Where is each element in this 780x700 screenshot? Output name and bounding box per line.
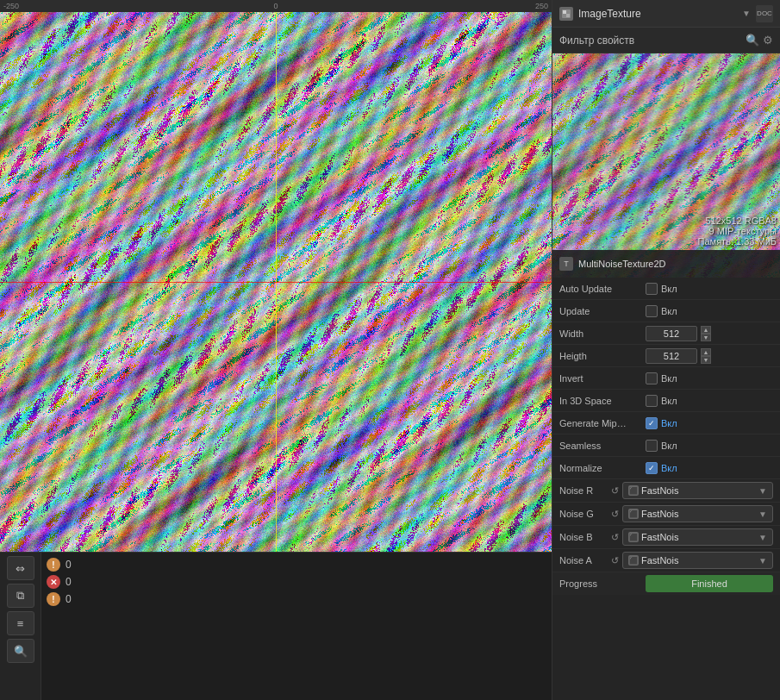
generate-mip-checkbox-label: Вкл [661,418,677,428]
info-row-1: ! 0 [47,558,546,572]
toolbar-btn-4[interactable]: 🔍 [7,639,34,663]
noise-a-label: Noise A [559,555,611,566]
filter-settings-icon[interactable]: ⚙ [763,34,773,47]
toolbar-btn-3[interactable]: ≡ [7,611,34,635]
panel-header: ImageTexture ▼ DOC [552,0,780,28]
noise-a-type-icon: ⬛ [628,555,639,566]
in-3d-space-checkbox[interactable] [646,395,658,407]
prop-auto-update: Auto Update Вкл [552,278,780,300]
invert-label: Invert [559,373,646,384]
height-up[interactable]: ▲ [701,348,711,356]
panel-header-icon [559,7,573,21]
width-label: Width [559,328,646,339]
noise-b-expand: ▼ [758,533,767,542]
panel-title: ImageTexture [578,8,742,20]
texture-name: MultiNoiseTexture2D [578,259,665,269]
noise-a-row: Noise A ↺ ⬛ FastNois ▼ [552,549,780,572]
width-up[interactable]: ▲ [701,326,711,334]
noise-a-controls: ↺ ⬛ FastNois ▼ [611,552,773,569]
prop-in-3d-space: In 3D Space Вкл [552,390,780,412]
info-count-1: 0 [66,559,72,571]
invert-value: Вкл [646,372,773,384]
info-count-2: 0 [66,576,72,588]
normalize-checkbox[interactable]: ✓ [646,462,658,474]
noise-b-row: Noise B ↺ ⬛ FastNois ▼ [552,526,780,549]
noise-r-reset-icon[interactable]: ↺ [611,485,619,497]
toolbar-btn-2[interactable]: ⧉ [7,584,34,608]
progress-label: Progress [559,578,646,589]
noise-g-type-btn[interactable]: ⬛ FastNois ▼ [622,505,773,522]
generate-mip-label: Generate Mip… [559,418,646,428]
ruler-center-label: 0 [273,2,278,10]
prop-generate-mip: Generate Mip… ✓ Вкл [552,412,780,434]
noise-b-type-btn[interactable]: ⬛ FastNois ▼ [622,528,773,546]
width-input[interactable] [646,326,697,341]
noise-r-type-btn[interactable]: ⬛ FastNois ▼ [622,482,773,499]
normalize-label: Normalize [559,463,646,473]
prop-normalize: Normalize ✓ Вкл [552,457,780,479]
in-3d-space-checkbox-label: Вкл [661,396,677,406]
height-down[interactable]: ▼ [701,356,711,364]
info-row-3: ! 0 [47,592,546,606]
info-count-3: 0 [66,593,72,605]
prop-height: Heigth ▲ ▼ [552,345,780,367]
noise-r-row: Noise R ↺ ⬛ FastNois ▼ [552,479,780,503]
svg-rect-2 [566,14,570,17]
noise-a-type-btn[interactable]: ⬛ FastNois ▼ [622,552,773,569]
noise-b-controls: ↺ ⬛ FastNois ▼ [611,528,773,546]
height-label: Heigth [559,351,646,361]
doc-button[interactable]: DOC [756,5,773,22]
update-checkbox[interactable] [646,305,658,317]
generate-mip-checkbox[interactable]: ✓ [646,417,658,429]
panel-dropdown-arrow[interactable]: ▼ [742,9,751,18]
prop-invert: Invert Вкл [552,367,780,390]
texture-type-icon: T [559,257,573,271]
filter-bar: Фильтр свойств 🔍 ⚙ [552,28,780,53]
texture-name-bar: T MultiNoiseTexture2D [552,250,780,278]
noise-a-reset-icon[interactable]: ↺ [611,555,619,566]
auto-update-value: Вкл [646,283,773,295]
seamless-label: Seamless [559,441,646,451]
toolbar-info: ! 0 ✕ 0 ! 0 [41,553,552,700]
seamless-checkbox[interactable] [646,440,658,452]
normalize-value: ✓ Вкл [646,462,773,474]
ruler-left-label: -250 [3,2,19,10]
texture-preview: 512x512 RGBA8 9 MIP-текстуры Память: 1.3… [552,53,780,278]
auto-update-checkbox[interactable] [646,283,658,295]
noise-r-type-text: FastNois [641,485,756,496]
seamless-value: Вкл [646,440,773,452]
toolbar-icon-group: ⇔ ⧉ ≡ 🔍 [0,553,41,700]
noise-g-reset-icon[interactable]: ↺ [611,509,619,520]
width-value: ▲ ▼ [646,326,773,341]
width-spinner: ▲ ▼ [701,326,711,341]
noise-g-row: Noise G ↺ ⬛ FastNois ▼ [552,503,780,526]
height-input[interactable] [646,348,697,364]
invert-checkbox[interactable] [646,372,658,384]
update-value: Вкл [646,305,773,317]
noise-r-controls: ↺ ⬛ FastNois ▼ [611,482,773,499]
noise-r-label: Noise R [559,485,611,496]
noise-b-label: Noise B [559,532,611,542]
crosshair-horizontal [0,282,552,283]
auto-update-label: Auto Update [559,284,646,294]
noise-b-reset-icon[interactable]: ↺ [611,532,619,543]
noise-r-type-icon: ⬛ [628,485,639,496]
preview-canvas [552,53,780,278]
noise-r-expand: ▼ [758,486,767,496]
search-icon[interactable]: 🔍 [746,34,759,47]
progress-text: Finished [691,578,727,589]
ruler-right-label: 250 [535,2,548,10]
toolbar-btn-1[interactable]: ⇔ [7,556,34,580]
warn-icon-2: ! [47,592,60,606]
noise-g-controls: ↺ ⬛ FastNois ▼ [611,505,773,522]
invert-checkbox-label: Вкл [661,373,677,384]
prop-width: Width ▲ ▼ [552,322,780,345]
width-down[interactable]: ▼ [701,334,711,341]
noise-g-expand: ▼ [758,509,767,519]
progress-row: Progress Finished [552,572,780,595]
prop-seamless: Seamless Вкл [552,434,780,457]
noise-b-type-icon: ⬛ [628,532,639,542]
prop-update: Update Вкл [552,300,780,322]
normalize-checkbox-label: Вкл [661,463,677,473]
noise-g-label: Noise G [559,509,611,519]
